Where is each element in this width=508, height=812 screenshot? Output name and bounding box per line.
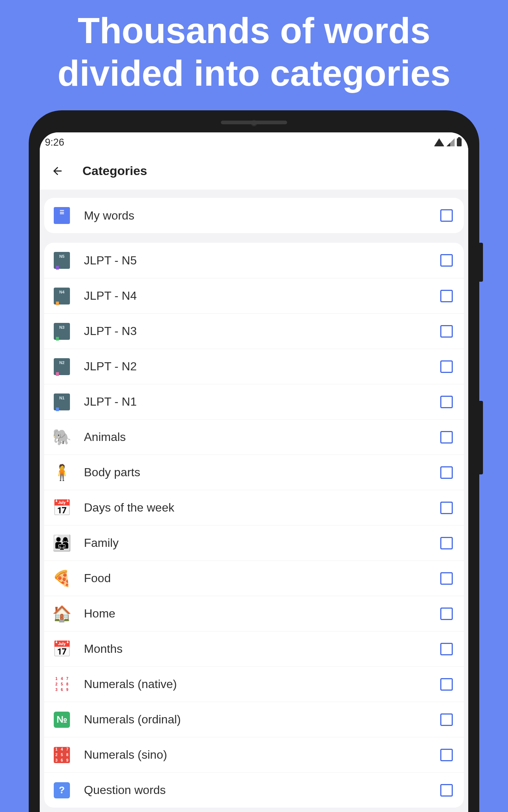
category-row[interactable]: 🧍Body parts [44,455,464,490]
book-icon: N2 [54,358,70,375]
category-checkbox[interactable] [440,537,453,549]
category-row[interactable]: 147258369Numerals (native) [44,666,464,702]
category-icon: 🏠 [53,605,71,623]
numgrid-icon: 147258369 [54,747,70,763]
category-label: My words [84,209,440,222]
signal-icon [447,138,455,146]
category-checkbox[interactable] [440,502,453,514]
phone-side-button [479,243,483,282]
category-label: Family [84,536,440,550]
category-icon: 📅 [53,640,71,658]
category-row[interactable]: N5JLPT - N5 [44,243,464,278]
category-icon: № [53,711,71,729]
category-icon: N1 [53,393,71,411]
category-icon: N4 [53,287,71,305]
book-icon: N3 [54,323,70,340]
category-row[interactable]: 📅Days of the week [44,490,464,525]
category-row-my-words[interactable]: ☰ My words [44,198,464,233]
numbox-icon: № [54,712,70,728]
category-label: Months [84,642,440,656]
category-checkbox[interactable] [440,396,453,408]
book-icon: N4 [54,288,70,304]
category-row[interactable]: 📅Months [44,631,464,666]
category-label: JLPT - N1 [84,395,440,409]
category-checkbox[interactable] [440,678,453,691]
category-icon: 147258369 [53,746,71,764]
category-checkbox[interactable] [440,466,453,479]
phone-screen: 9:26 Categories ☰ [40,132,468,812]
content: ☰ My words N5JLPT - N5N4JLPT - N4N3JLPT … [40,190,468,808]
category-checkbox[interactable] [440,209,453,222]
my-words-icon: ☰ [53,207,71,224]
hero-line-2: divided into categories [0,52,508,95]
book-icon: ☰ [54,207,70,224]
category-checkbox[interactable] [440,254,453,267]
category-checkbox[interactable] [440,713,453,726]
book-icon: N5 [54,252,70,269]
category-label: JLPT - N4 [84,289,440,303]
app-bar: Categories [40,152,468,190]
category-label: Question words [84,783,440,797]
status-icons [434,138,462,146]
category-label: JLPT - N2 [84,360,440,373]
category-checkbox[interactable] [440,784,453,797]
status-bar: 9:26 [40,132,468,152]
category-label: Food [84,571,440,585]
page-title: Categories [82,164,147,178]
category-row[interactable]: ?Question words [44,772,464,808]
category-row[interactable]: 🐘Animals [44,419,464,455]
category-checkbox[interactable] [440,608,453,620]
category-icon: N5 [53,252,71,269]
category-label: JLPT - N5 [84,254,440,267]
category-icon: 👨‍👩‍👧 [53,534,71,552]
category-checkbox[interactable] [440,325,453,338]
arrow-left-icon [51,165,64,177]
category-checkbox[interactable] [440,749,453,761]
category-row[interactable]: 👨‍👩‍👧Family [44,525,464,560]
category-label: Days of the week [84,501,440,514]
battery-icon [457,138,462,146]
book-icon: N1 [54,393,70,410]
hero-line-1: Thousands of words [0,10,508,52]
category-checkbox[interactable] [440,643,453,655]
category-row[interactable]: N1JLPT - N1 [44,384,464,419]
status-time: 9:26 [45,137,64,148]
category-icon: N3 [53,323,71,340]
category-row[interactable]: N3JLPT - N3 [44,313,464,349]
phone-frame: 9:26 Categories ☰ [29,110,479,812]
category-label: Numerals (native) [84,677,440,691]
category-checkbox[interactable] [440,431,453,444]
category-checkbox[interactable] [440,572,453,585]
wifi-icon [434,138,444,146]
category-checkbox[interactable] [440,360,453,373]
category-label: Numerals (sino) [84,748,440,762]
phone-side-button [479,401,483,474]
numbox-icon: ? [54,782,70,798]
category-icon: N2 [53,358,71,375]
category-icon: 147258369 [53,676,71,693]
category-row[interactable]: 🍕Food [44,560,464,596]
back-button[interactable] [50,164,65,178]
category-icon: 🐘 [53,428,71,446]
category-label: Body parts [84,466,440,479]
category-row[interactable]: 🏠Home [44,596,464,631]
category-row[interactable]: 147258369Numerals (sino) [44,737,464,772]
my-words-card: ☰ My words [44,198,464,233]
category-checkbox[interactable] [440,290,453,302]
category-label: Numerals (ordinal) [84,713,440,726]
category-row[interactable]: N4JLPT - N4 [44,278,464,313]
category-label: Animals [84,430,440,444]
numgrid-icon: 147258369 [54,676,70,692]
category-label: JLPT - N3 [84,324,440,338]
category-icon: 📅 [53,499,71,517]
category-row[interactable]: №Numerals (ordinal) [44,702,464,737]
category-icon: 🍕 [53,570,71,587]
phone-speaker [221,121,287,124]
categories-card: N5JLPT - N5N4JLPT - N4N3JLPT - N3N2JLPT … [44,243,464,808]
hero-title: Thousands of words divided into categori… [0,0,508,95]
category-row[interactable]: N2JLPT - N2 [44,349,464,384]
category-label: Home [84,607,440,620]
category-icon: 🧍 [53,464,71,481]
category-icon: ? [53,781,71,799]
